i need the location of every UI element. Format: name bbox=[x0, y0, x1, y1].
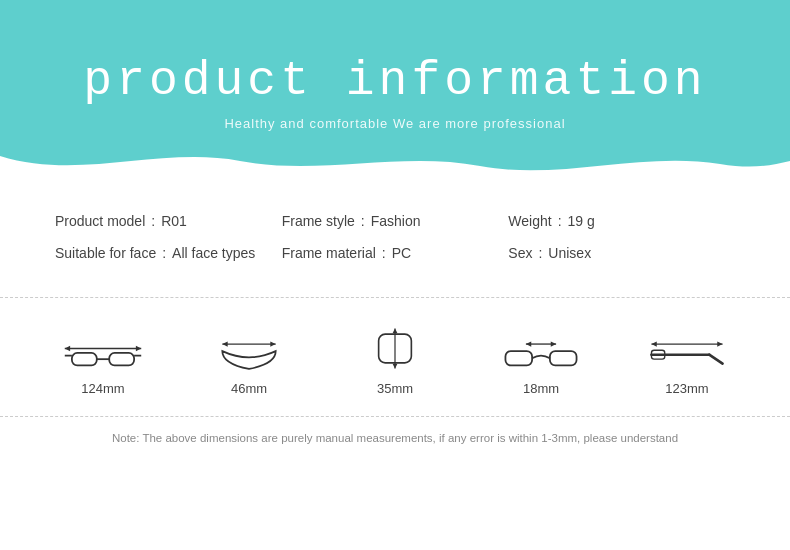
dim-item-1: 46mm bbox=[209, 323, 289, 396]
dim-item-2: 35mm bbox=[355, 323, 435, 396]
svg-marker-21 bbox=[651, 341, 656, 346]
svg-marker-17 bbox=[551, 341, 556, 346]
face-label: Suitable for face bbox=[55, 245, 156, 261]
header-subtitle: Healthy and comfortable We are more prof… bbox=[224, 116, 565, 131]
glasses-width-icon bbox=[63, 326, 143, 371]
info-row-2: Suitable for face : All face types Frame… bbox=[55, 245, 735, 261]
face-colon: : bbox=[162, 245, 166, 261]
wave-decoration bbox=[0, 146, 790, 186]
material-item: Frame material : PC bbox=[282, 245, 509, 261]
header-section: product information Healthy and comforta… bbox=[0, 0, 790, 185]
dim-label-1: 46mm bbox=[231, 381, 267, 396]
weight-colon: : bbox=[558, 213, 562, 229]
svg-rect-4 bbox=[109, 352, 134, 364]
svg-marker-2 bbox=[136, 345, 141, 350]
frame-style-item: Frame style : Fashion bbox=[282, 213, 509, 229]
note-text: Note: The above dimensions are purely ma… bbox=[30, 432, 760, 444]
dim-item-4: 123mm bbox=[647, 323, 727, 396]
info-row-1: Product model : R01 Frame style : Fashio… bbox=[55, 213, 735, 229]
face-value: All face types bbox=[172, 245, 255, 261]
note-section: Note: The above dimensions are purely ma… bbox=[0, 417, 790, 459]
dim-icon-temple bbox=[647, 323, 727, 373]
frame-style-colon: : bbox=[361, 213, 365, 229]
product-model-item: Product model : R01 bbox=[55, 213, 282, 229]
svg-rect-19 bbox=[550, 351, 577, 365]
page-title: product information bbox=[83, 54, 706, 108]
dim-label-4: 123mm bbox=[665, 381, 708, 396]
weight-value: 19 g bbox=[568, 213, 595, 229]
dim-icon-lens-width bbox=[209, 323, 289, 373]
svg-marker-13 bbox=[393, 363, 398, 368]
frame-style-label: Frame style bbox=[282, 213, 355, 229]
product-model-colon: : bbox=[151, 213, 155, 229]
dim-icon-width bbox=[63, 323, 143, 373]
svg-marker-9 bbox=[222, 341, 227, 346]
svg-line-24 bbox=[709, 354, 722, 363]
dimensions-section: 124mm 46mm 35mm bbox=[0, 298, 790, 417]
sex-colon: : bbox=[538, 245, 542, 261]
svg-rect-18 bbox=[505, 351, 532, 365]
svg-rect-3 bbox=[72, 352, 97, 364]
weight-label: Weight bbox=[508, 213, 551, 229]
sex-label: Sex bbox=[508, 245, 532, 261]
product-model-label: Product model bbox=[55, 213, 145, 229]
dim-item-3: 18mm bbox=[501, 323, 581, 396]
svg-marker-10 bbox=[270, 341, 275, 346]
dim-item-0: 124mm bbox=[63, 323, 143, 396]
dim-label-0: 124mm bbox=[81, 381, 124, 396]
sex-item: Sex : Unisex bbox=[508, 245, 735, 261]
info-section: Product model : R01 Frame style : Fashio… bbox=[0, 185, 790, 298]
dim-label-2: 35mm bbox=[377, 381, 413, 396]
material-colon: : bbox=[382, 245, 386, 261]
svg-marker-22 bbox=[717, 341, 722, 346]
svg-marker-1 bbox=[65, 345, 70, 350]
weight-item: Weight : 19 g bbox=[508, 213, 735, 229]
product-model-value: R01 bbox=[161, 213, 187, 229]
bridge-width-icon bbox=[501, 326, 581, 371]
dim-icon-lens-height bbox=[355, 323, 435, 373]
face-item: Suitable for face : All face types bbox=[55, 245, 282, 261]
lens-width-icon bbox=[209, 326, 289, 371]
frame-style-value: Fashion bbox=[371, 213, 421, 229]
dim-label-3: 18mm bbox=[523, 381, 559, 396]
material-value: PC bbox=[392, 245, 411, 261]
material-label: Frame material bbox=[282, 245, 376, 261]
svg-marker-16 bbox=[526, 341, 531, 346]
lens-height-icon bbox=[355, 326, 435, 371]
temple-length-icon bbox=[647, 326, 727, 371]
svg-marker-12 bbox=[393, 328, 398, 333]
sex-value: Unisex bbox=[548, 245, 591, 261]
dim-icon-bridge bbox=[501, 323, 581, 373]
